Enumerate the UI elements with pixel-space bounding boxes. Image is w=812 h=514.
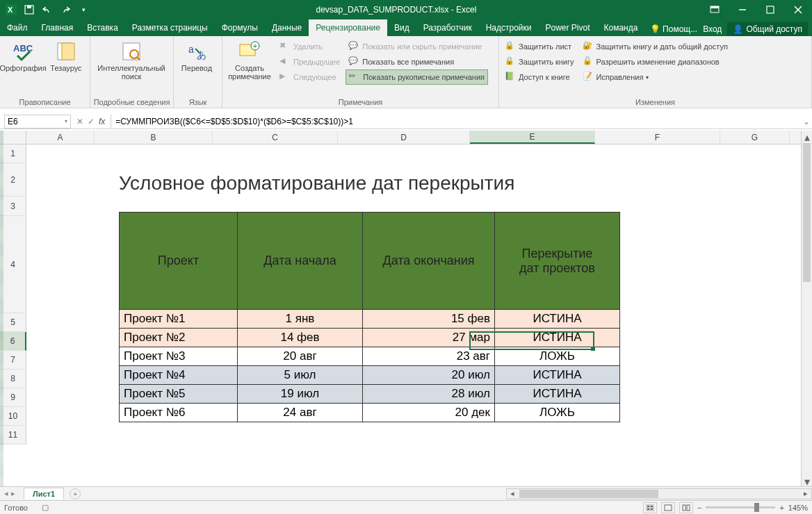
fx-button[interactable]: fx xyxy=(99,117,105,126)
ribbon-tab-разметка-страницы[interactable]: Разметка страницы xyxy=(125,19,215,36)
table-cell[interactable]: Проект №1 xyxy=(120,310,238,329)
track-changes-button[interactable]: 📝Исправления ▾ xyxy=(580,69,731,85)
row-header-5[interactable]: 5 xyxy=(0,313,26,332)
scroll-down-icon[interactable]: ▾ xyxy=(802,475,812,486)
row-header-9[interactable]: 9 xyxy=(0,388,26,407)
vscroll-thumb[interactable] xyxy=(803,143,811,282)
col-header-A[interactable]: A xyxy=(26,131,95,144)
row-header-8[interactable]: 8 xyxy=(0,370,26,388)
protect-share-button[interactable]: 🔐Защитить книгу и дать общий доступ xyxy=(580,39,731,54)
redo-button[interactable] xyxy=(57,1,74,18)
cancel-formula-icon[interactable]: ✕ xyxy=(76,117,83,126)
qat-customize-icon[interactable]: ▾ xyxy=(75,1,92,18)
table-cell[interactable]: 14 фев xyxy=(238,329,363,347)
save-button[interactable] xyxy=(21,1,38,18)
ribbon-display-button[interactable] xyxy=(701,0,729,19)
row-header-10[interactable]: 10 xyxy=(0,407,26,426)
sheet-tab[interactable]: Лист1 xyxy=(24,488,64,499)
show-ink-button[interactable]: ✏Показать рукописные примечания xyxy=(346,69,488,85)
row-header-2[interactable]: 2 xyxy=(0,163,26,197)
table-cell[interactable]: 27 мар xyxy=(363,329,495,347)
table-cell[interactable]: Проект №3 xyxy=(120,347,238,366)
share-button[interactable]: 👤 Общий доступ xyxy=(727,22,808,36)
col-header-C[interactable]: C xyxy=(213,131,338,144)
table-cell[interactable]: Проект №4 xyxy=(120,366,238,385)
table-cell[interactable]: ЛОЖЬ xyxy=(495,404,620,422)
ribbon-tab-вставка[interactable]: Вставка xyxy=(80,19,125,36)
ribbon-tab-команда[interactable]: Команда xyxy=(597,19,645,36)
table-cell[interactable]: 20 июл xyxy=(363,366,495,385)
expand-formula-icon[interactable]: ⌄ xyxy=(801,117,812,126)
tell-me[interactable]: 💡 Помощ... xyxy=(650,24,697,34)
ribbon-tab-данные[interactable]: Данные xyxy=(265,19,309,36)
table-cell[interactable]: 28 июл xyxy=(363,385,495,404)
maximize-button[interactable] xyxy=(756,0,784,19)
worksheet[interactable]: ABCDEFG 1234567891011 Условное форматиро… xyxy=(0,131,812,486)
table-cell[interactable]: ИСТИНА xyxy=(495,366,620,385)
formula-input[interactable]: =СУММПРОИЗВ(($C6<=$D$5:$D$10)*($D6>=$C$5… xyxy=(111,115,801,128)
table-cell[interactable]: ИСТИНА xyxy=(495,329,620,347)
sign-in-button[interactable]: Вход xyxy=(703,24,722,34)
table-cell[interactable]: 5 июл xyxy=(238,366,363,385)
ribbon-tab-формулы[interactable]: Формулы xyxy=(215,19,265,36)
hscroll-thumb[interactable] xyxy=(519,490,658,498)
close-button[interactable] xyxy=(784,0,812,19)
page-layout-button[interactable] xyxy=(661,502,675,513)
translate-button[interactable]: aあ Перевод xyxy=(177,39,217,74)
zoom-slider[interactable] xyxy=(706,506,775,508)
ribbon-tab-power-pivot[interactable]: Power Pivot xyxy=(538,19,596,36)
row-header-4[interactable]: 4 xyxy=(0,216,26,313)
table-cell[interactable]: 24 авг xyxy=(238,404,363,422)
table-cell[interactable]: Проект №2 xyxy=(120,329,238,347)
ribbon-tab-рецензирование[interactable]: Рецензирование xyxy=(309,19,387,36)
col-header-B[interactable]: B xyxy=(95,131,213,144)
undo-button[interactable] xyxy=(39,1,56,18)
minimize-button[interactable] xyxy=(729,0,756,19)
zoom-level[interactable]: 145% xyxy=(788,504,808,512)
row-header-3[interactable]: 3 xyxy=(0,197,26,216)
allow-ranges-button[interactable]: 🔓Разрешить изменение диапазонов xyxy=(580,54,731,69)
col-header-G[interactable]: G xyxy=(720,131,790,144)
table-cell[interactable]: Проект №6 xyxy=(120,404,238,422)
table-cell[interactable]: ЛОЖЬ xyxy=(495,347,620,366)
table-cell[interactable]: 23 авг xyxy=(363,347,495,366)
new-comment-button[interactable]: + Создать примечание xyxy=(225,39,274,82)
table-cell[interactable]: ИСТИНА xyxy=(495,385,620,404)
ribbon-tab-файл[interactable]: Файл xyxy=(0,19,35,36)
page-break-button[interactable] xyxy=(679,502,693,513)
scroll-right-icon[interactable]: ▸ xyxy=(800,489,811,498)
table-cell[interactable]: 15 фев xyxy=(363,310,495,329)
table-cell[interactable]: Проект №5 xyxy=(120,385,238,404)
row-header-6[interactable]: 6 xyxy=(0,332,26,351)
ribbon-tab-главная[interactable]: Главная xyxy=(35,19,81,36)
enter-formula-icon[interactable]: ✓ xyxy=(88,117,95,126)
ribbon-tab-вид[interactable]: Вид xyxy=(387,19,416,36)
sheet-nav-next-icon[interactable]: ▸ xyxy=(11,489,15,498)
table-cell[interactable]: 19 июл xyxy=(238,385,363,404)
macro-record-icon[interactable]: ▢ xyxy=(42,503,49,512)
row-header-11[interactable]: 11 xyxy=(0,426,26,445)
select-all-corner[interactable] xyxy=(0,131,26,144)
ribbon-tab-надстройки[interactable]: Надстройки xyxy=(479,19,539,36)
scroll-left-icon[interactable]: ◂ xyxy=(507,489,518,498)
zoom-out-button[interactable]: − xyxy=(697,504,701,512)
table-cell[interactable]: 20 авг xyxy=(238,347,363,366)
table-cell[interactable]: 1 янв xyxy=(238,310,363,329)
show-all-comments-button[interactable]: 💬Показать все примечания xyxy=(346,54,488,69)
col-header-D[interactable]: D xyxy=(338,131,470,144)
vertical-scrollbar[interactable]: ▴ ▾ xyxy=(801,131,812,486)
spelling-button[interactable]: ABC Орфография xyxy=(3,39,43,74)
col-header-F[interactable]: F xyxy=(595,131,720,144)
sheet-nav-prev-icon[interactable]: ◂ xyxy=(4,489,8,498)
zoom-in-button[interactable]: + xyxy=(779,504,783,512)
row-header-1[interactable]: 1 xyxy=(0,144,26,163)
protect-sheet-button[interactable]: 🔒Защитить лист xyxy=(502,39,577,54)
table-cell[interactable]: 20 дек xyxy=(363,404,495,422)
thesaurus-button[interactable]: Тезаурус xyxy=(46,39,86,74)
share-wb-button[interactable]: 📗Доступ к книге xyxy=(502,69,577,85)
ribbon-tab-разработчик[interactable]: Разработчик xyxy=(416,19,479,36)
add-sheet-button[interactable]: + xyxy=(70,488,81,499)
table-cell[interactable]: ИСТИНА xyxy=(495,310,620,329)
col-header-E[interactable]: E xyxy=(470,131,595,144)
scroll-up-icon[interactable]: ▴ xyxy=(802,131,812,142)
